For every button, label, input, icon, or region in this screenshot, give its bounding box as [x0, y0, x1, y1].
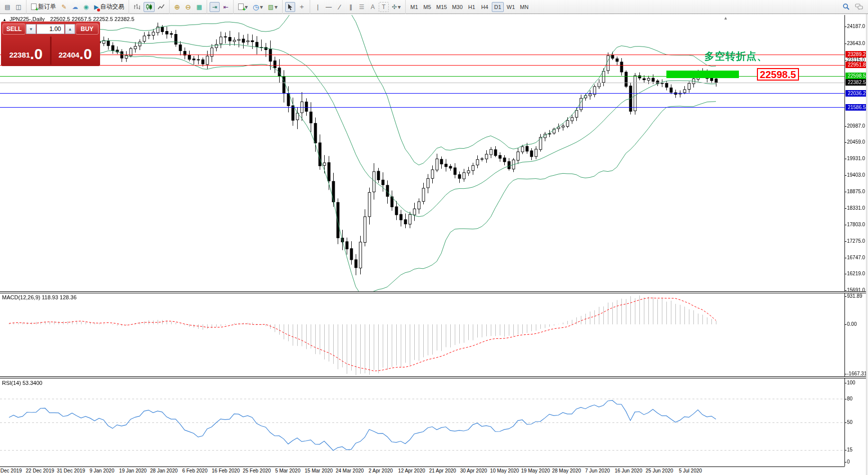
price-axis-tick-label: 17275.0	[847, 238, 867, 244]
date-axis-label: 21 Apr 2020	[429, 468, 456, 473]
rsi-axis-tick	[844, 422, 846, 423]
signals-icon[interactable]: ◉	[81, 2, 91, 12]
main-macd-splitter[interactable]	[0, 291, 868, 293]
volume-increase-button[interactable]: ▲	[65, 24, 75, 34]
resistance-line[interactable]	[0, 65, 844, 66]
date-axis-label: 9 Jan 2020	[90, 468, 115, 473]
highlight-rectangle[interactable]	[666, 71, 739, 78]
price-axis-tick	[844, 258, 846, 258]
candlestick-chart-icon[interactable]	[144, 2, 155, 12]
sell-price[interactable]: 22381.0	[3, 37, 50, 65]
price-callout-box[interactable]: 22598.5	[757, 68, 799, 81]
price-axis-tick	[844, 60, 846, 61]
fibonacci-tool-icon[interactable]: ☰	[357, 2, 367, 12]
macd-axis-label: 0.00	[847, 321, 856, 327]
timeframe-button-w1[interactable]: W1	[505, 2, 517, 12]
pivot-line-price-badge: 22598.5	[845, 73, 868, 79]
macd-axis-tick	[844, 296, 846, 297]
periods-clock-icon: ◷	[253, 3, 259, 11]
timeframe-button-h1[interactable]: H1	[466, 2, 478, 12]
price-axis-tick-label: 18331.0	[847, 205, 867, 211]
price-axis-tick	[844, 142, 846, 143]
zoom-in-icon[interactable]: ⊕	[172, 2, 182, 12]
macd-indicator-canvas[interactable]	[0, 293, 844, 377]
timeframe-button-d1[interactable]: D1	[492, 2, 504, 12]
price-axis-tick	[844, 192, 846, 192]
price-axis-tick	[844, 44, 846, 44]
zoom-out-icon[interactable]: ⊖	[183, 2, 193, 12]
vertical-line-tool-icon[interactable]: ∣	[313, 2, 323, 12]
tile-windows-icon[interactable]: ▦	[194, 2, 204, 12]
horizontal-line-tool-icon[interactable]: —	[324, 2, 334, 12]
price-axis-tick-label: 17803.0	[847, 222, 867, 227]
timeframe-toolbar: M1M5M15M30H1H4D1W1MN	[405, 0, 533, 14]
chart-styler-icon[interactable]: ✎	[59, 2, 69, 12]
bid-line[interactable]	[0, 83, 844, 83]
chart-shift-icon[interactable]: ⇤	[221, 2, 231, 12]
price-axis-tick-label: 19931.0	[847, 156, 867, 161]
price-axis-tick	[844, 274, 846, 274]
trendline-tool-icon[interactable]: ∕	[335, 2, 345, 12]
date-axis-label: 19 Jan 2020	[119, 468, 147, 473]
volume-decrease-button[interactable]: ▼	[26, 24, 36, 34]
bar-chart-icon[interactable]	[132, 2, 143, 12]
rsi-axis-tick	[844, 450, 846, 450]
macd-rsi-splitter[interactable]	[0, 376, 868, 378]
date-axis-label: 25 Feb 2020	[243, 468, 271, 473]
turning-point-annotation[interactable]: 多空转折点、	[704, 50, 767, 63]
support-line[interactable]	[0, 107, 844, 108]
arrows-tool-icon: ✣	[392, 4, 397, 11]
timeframe-button-m30[interactable]: M30	[450, 2, 464, 12]
crosshair-tool-icon[interactable]: ＋	[296, 2, 307, 12]
cursor-tool-icon[interactable]	[285, 2, 295, 12]
timeframe-button-h4[interactable]: H4	[479, 2, 491, 12]
scroll-caret-icon[interactable]: ▲	[723, 16, 728, 21]
templates-button[interactable]: ▧▾	[266, 2, 280, 12]
sell-button[interactable]: SELL	[3, 24, 26, 35]
price-axis-tick-label: 16747.0	[847, 255, 867, 260]
buy-button[interactable]: BUY	[76, 24, 99, 35]
date-axis-label: 28 May 2020	[552, 468, 581, 473]
price-axis-tick-label: 20459.0	[847, 139, 867, 145]
rsi-label: RSI(14) 53.3400	[2, 380, 43, 386]
date-axis-label: 19 May 2020	[521, 468, 550, 473]
search-icon[interactable]	[840, 2, 852, 12]
timeframe-button-m15[interactable]: M15	[434, 2, 449, 12]
text-tool-icon[interactable]: A	[368, 2, 378, 12]
date-axis-label: 5 Jul 2020	[679, 468, 702, 473]
macd-axis-tick	[844, 374, 846, 374]
support-line[interactable]	[0, 93, 844, 94]
text-label-tool-icon[interactable]: T	[379, 2, 389, 12]
price-axis-tick-label: 16219.0	[847, 271, 867, 276]
timeframe-button-mn[interactable]: MN	[518, 2, 530, 12]
rsi-axis-label: 100	[847, 380, 855, 385]
indicators-icon: +	[238, 4, 244, 10]
rsi-axis-label: 80	[847, 396, 852, 401]
date-axis-label: 5 Mar 2020	[275, 468, 301, 473]
indicators-button[interactable]: +▾	[236, 2, 250, 12]
timeframe-button-m1[interactable]: M1	[408, 2, 420, 12]
new-order-button[interactable]: + 新订单	[29, 2, 58, 12]
support-line-price-badge: 21586.5	[845, 104, 868, 111]
auto-scroll-icon[interactable]: ⇥	[210, 2, 220, 12]
rsi-indicator-canvas[interactable]	[0, 379, 844, 466]
volume-input[interactable]: 1.00	[37, 24, 65, 34]
auto-trading-button[interactable]: ▶ 自动交易	[92, 2, 126, 12]
periods-button[interactable]: ◷▾	[251, 2, 265, 12]
equidistant-channel-tool-icon[interactable]: ∥	[346, 2, 356, 12]
mt4-window: ▤ ◫ + 新订单 ✎ ☁ ◉ ▶ 自动交易	[0, 0, 868, 475]
price-axis-tick	[844, 290, 846, 291]
community-icon[interactable]: ☁	[70, 2, 80, 12]
date-axis-label: 25 Jun 2020	[646, 468, 673, 473]
chart-window: ▲ JPN225-,Daily 22502.5 22657.5 22252.5 …	[0, 14, 868, 475]
timeframe-button-m5[interactable]: M5	[421, 2, 433, 12]
macd-axis-tick	[844, 324, 846, 325]
profiles-icon[interactable]: ◫	[14, 2, 24, 12]
line-chart-icon[interactable]	[156, 2, 167, 12]
chat-icon[interactable]	[853, 2, 865, 12]
date-axis-label: 16 Feb 2020	[212, 468, 240, 473]
buy-price[interactable]: 22404.0	[52, 37, 99, 65]
new-chart-icon[interactable]: ▤	[3, 2, 13, 12]
arrows-tool-button[interactable]: ✣▾	[390, 2, 403, 12]
bid-price-badge: 22382.5	[845, 79, 868, 86]
